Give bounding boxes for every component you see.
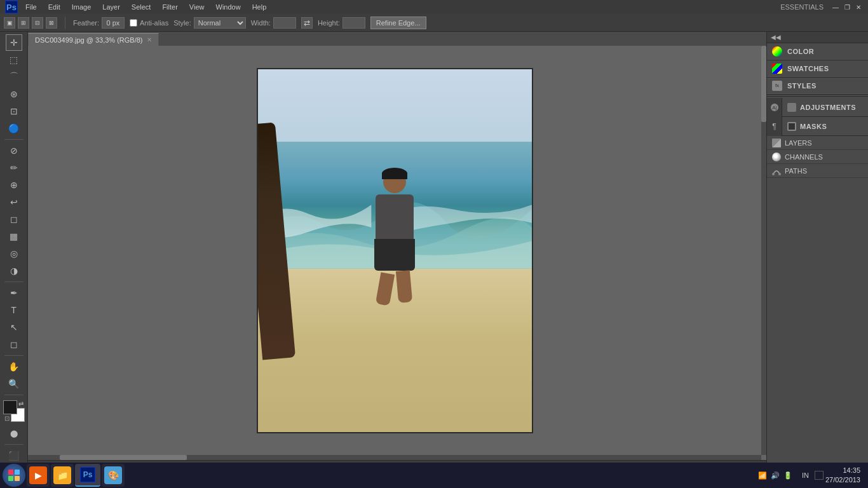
styles-panel-header[interactable]: fx STYLES [767, 78, 868, 94]
menu-file[interactable]: File [22, 2, 41, 12]
color-panel-header[interactable]: COLOR [767, 43, 868, 60]
taskbar-show-desktop[interactable] [814, 470, 824, 480]
masks-panel-header[interactable]: MASKS [782, 122, 868, 131]
color-wheel-icon [772, 46, 782, 57]
start-button[interactable] [3, 464, 25, 487]
height-label: Height: [318, 19, 340, 27]
menu-window[interactable]: Window [212, 2, 245, 12]
foreground-color-box[interactable] [3, 400, 17, 414]
panel-collapse-button[interactable]: ◀◀ [767, 32, 868, 43]
taskbar-paint[interactable]: 🎨 [102, 464, 125, 487]
paths-tab[interactable]: PATHS [767, 164, 868, 178]
taskbar-file-manager[interactable]: 📁 [51, 464, 74, 487]
language-indicator[interactable]: IN [798, 471, 813, 479]
zoom-tool[interactable]: 🔍 [6, 376, 22, 392]
taskbar-photoshop[interactable]: Ps [75, 464, 100, 487]
history-brush-tool[interactable]: ↩ [6, 194, 22, 210]
pen-tool[interactable]: ✒ [6, 285, 22, 301]
document-tab[interactable]: DSC003499.jpg @ 33,3% (RGB/8) ✕ [28, 33, 159, 46]
eraser-tool[interactable]: ◻ [6, 211, 22, 227]
battery-icon[interactable]: 🔋 [783, 470, 793, 480]
person-body [376, 194, 414, 239]
hand-tool[interactable]: ✋ [6, 358, 22, 375]
adjustments-icon-area[interactable]: A| [767, 98, 782, 117]
height-input[interactable] [342, 17, 365, 29]
swatches-panel-label: SWATCHES [787, 65, 829, 72]
menu-filter[interactable]: Filter [158, 2, 181, 12]
style-select[interactable]: Normal Fixed Ratio Fixed Size [194, 17, 246, 29]
volume-icon[interactable]: 🔊 [770, 470, 780, 480]
file-manager-icon: 📁 [53, 466, 71, 484]
quick-select-tool[interactable]: ⊛ [6, 86, 22, 102]
tool-separator-2 [4, 281, 24, 282]
vertical-scrollbar-thumb[interactable] [761, 46, 766, 122]
eyedropper-tool[interactable]: 🔵 [6, 120, 22, 137]
menu-layer[interactable]: Layer [98, 2, 124, 12]
blur-tool[interactable]: ◎ [6, 245, 22, 262]
svg-point-2 [772, 173, 775, 175]
right-panel: ◀◀ COLOR SWATCHES fx STYLES [766, 32, 868, 474]
move-tool[interactable]: ✛ [6, 34, 22, 51]
width-group: Width: [251, 17, 296, 29]
swap-dimensions-icon[interactable]: ⇄ [301, 17, 313, 29]
add-selection-icon[interactable]: ⊞ [18, 17, 29, 29]
collapse-left-icon: ◀◀ [771, 34, 781, 41]
svg-rect-5 [15, 470, 20, 475]
clone-stamp-tool[interactable]: ⊕ [6, 177, 22, 193]
menu-edit[interactable]: Edit [44, 2, 64, 12]
main-area: ✛ ⬚ ⌒ ⊛ ⊡ 🔵 ⊘ ✏ ⊕ ↩ ◻ ▦ ◎ ◑ ✒ T ↖ ◻ ✋ 🔍 … [0, 32, 868, 474]
dodge-tool[interactable]: ◑ [6, 262, 22, 279]
menu-help[interactable]: Help [248, 2, 271, 12]
crop-tool[interactable]: ⊡ [6, 103, 22, 119]
intersect-selection-icon[interactable]: ⊠ [46, 17, 57, 29]
lasso-tool[interactable]: ⌒ [6, 69, 22, 85]
restore-button[interactable]: ❐ [843, 3, 851, 11]
new-selection-icon[interactable]: ▣ [4, 17, 15, 29]
horizontal-scrollbar-thumb[interactable] [60, 455, 187, 460]
swatches-panel-header[interactable]: SWATCHES [767, 60, 868, 77]
canvas-scroll[interactable] [28, 46, 766, 460]
close-button[interactable]: ✕ [854, 3, 863, 11]
layers-tab[interactable]: LAYERS [767, 136, 868, 150]
clock-date: 27/02/2013 [825, 475, 860, 485]
horizontal-scrollbar[interactable] [28, 455, 761, 460]
tab-close-icon[interactable]: ✕ [147, 36, 152, 43]
spot-heal-tool[interactable]: ⊘ [6, 142, 22, 159]
gradient-tool[interactable]: ▦ [6, 228, 22, 245]
shape-tool[interactable]: ◻ [6, 336, 22, 353]
menu-view[interactable]: View [186, 2, 208, 12]
canvas-image[interactable] [257, 68, 533, 433]
adjustments-panel-header[interactable]: ADJUSTMENTS [782, 103, 868, 112]
styles-panel-label: STYLES [787, 82, 817, 90]
adjustments-panel-label: ADJUSTMENTS [800, 104, 856, 111]
menu-select[interactable]: Select [128, 2, 155, 12]
refine-edge-button[interactable]: Refine Edge... [370, 17, 426, 29]
rectangular-marquee-tool[interactable]: ⬚ [6, 51, 22, 68]
channels-tab[interactable]: CHANNELS [767, 150, 868, 164]
taskbar-clock[interactable]: 14:35 27/02/2013 [825, 466, 865, 485]
minimize-button[interactable]: — [831, 3, 840, 11]
feather-input[interactable] [102, 17, 125, 29]
clock-time: 14:35 [825, 466, 860, 475]
width-input[interactable] [273, 17, 296, 29]
text-tool[interactable]: T [6, 302, 22, 318]
person-head [383, 170, 406, 193]
vertical-scrollbar[interactable] [761, 46, 766, 455]
paths-tab-label: PATHS [785, 167, 807, 175]
person-hair [382, 168, 407, 179]
masks-row: ¶ MASKS [767, 117, 868, 136]
taskbar-media-player[interactable]: ▶ [27, 464, 50, 487]
antialias-checkbox[interactable] [130, 19, 137, 27]
quick-mask-icon[interactable]: ⬤ [6, 425, 22, 442]
show-desktop-icon [815, 471, 824, 480]
subtract-selection-icon[interactable]: ⊟ [32, 17, 43, 29]
screen-mode-icon[interactable]: ⬛ [6, 447, 22, 464]
menu-image[interactable]: Image [68, 2, 95, 12]
brush-tool[interactable]: ✏ [6, 159, 22, 176]
reset-colors-icon[interactable]: ⊡ [4, 415, 10, 422]
path-select-tool[interactable]: ↖ [6, 319, 22, 336]
network-icon[interactable]: 📶 [757, 470, 768, 480]
adjustments-svg-icon: A| [770, 103, 779, 112]
swap-colors-icon[interactable]: ⇄ [18, 400, 24, 407]
masks-icon-area[interactable]: ¶ [767, 117, 782, 136]
